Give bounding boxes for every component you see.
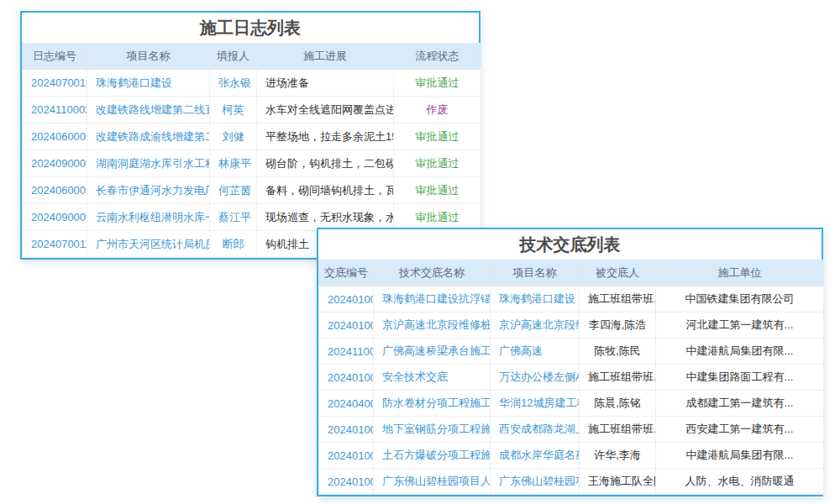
unit-text: 中国铁建集团有限公司: [656, 286, 824, 312]
column-header-status: 流程状态: [394, 44, 481, 70]
log-table-row: 2024110002 改建铁路线增建第二线直... 柯英 水车对全线遮阳网覆盖点…: [23, 97, 481, 123]
log-id-link[interactable]: 2024060006: [23, 123, 87, 150]
disclosure-id-link[interactable]: 2024010002: [319, 443, 374, 469]
project-link[interactable]: 京沪高速北京段维修: [491, 312, 580, 339]
reporter-name: 何芷茵: [210, 177, 257, 204]
disclosure-name-link[interactable]: 广东佛山碧桂园项目人防...: [374, 469, 491, 495]
receiver-text: 施工班组带班...: [580, 417, 656, 443]
receiver-text: 陈牧,陈民: [580, 339, 656, 365]
disclosure-table-row: 2024010003 珠海鹤港口建设抗浮锚杆... 珠海鹤港口建设 施工班组带班…: [319, 286, 824, 312]
project-link[interactable]: 广州市天河区统计局机房...: [87, 231, 210, 258]
project-link[interactable]: 万达办公楼左侧A...: [491, 365, 580, 391]
project-link[interactable]: 广佛高速: [491, 339, 580, 365]
disclosure-table-row: 2024040001 防水卷材分项工程施工技... 华润12城房建工程... 陈…: [319, 391, 824, 417]
unit-text: 西安建工第一建筑有...: [656, 417, 824, 443]
log-table-row: 2024060005 长春市伊通河水力发电厂... 何芷茵 备料，砌间墙钩机排土…: [23, 177, 481, 204]
project-link[interactable]: 长春市伊通河水力发电厂...: [87, 177, 210, 204]
project-link[interactable]: 改建铁路线增建第二线直...: [87, 97, 210, 123]
column-header-unit: 施工单位: [656, 260, 824, 286]
disclosure-table-row: 2024110001 广佛高速桥梁承台施工技... 广佛高速 陈牧,陈民 中建港…: [319, 339, 824, 365]
column-header-log-id: 日志编号: [23, 44, 87, 70]
disclosure-table-row: 2024010001 广东佛山碧桂园项目人防... 广东佛山碧桂园项目 王海施工…: [319, 469, 824, 495]
tech-disclosure-panel: 技术交底列表 交底编号 技术交底名称 项目名称 被交底人 施工单位 202401…: [317, 228, 823, 496]
disclosure-table-row: 2024010003 安全技术交底 万达办公楼左侧A... 施工班组带班... …: [319, 365, 824, 391]
log-table-row: 2024090009 云南水利枢纽潜明水库一... 蔡江平 现场巡查，无积水现象…: [23, 204, 481, 231]
receiver-text: 李四海,陈浩: [580, 312, 656, 339]
unit-text: 中建集团路面工程有...: [656, 365, 824, 391]
log-table-row: 2024090009 湖南洞庭湖水库引水工程... 林康平 砌台阶，钩机排土，二…: [23, 150, 481, 177]
progress-text: 砌台阶，钩机排土，二包砌...: [257, 150, 394, 177]
log-id-link[interactable]: 2024070011: [23, 231, 87, 258]
disclosure-name-link[interactable]: 珠海鹤港口建设抗浮锚杆...: [374, 286, 491, 312]
receiver-text: 陈晨,陈铭: [580, 391, 656, 417]
unit-text: 中建港航局集团有限...: [656, 339, 824, 365]
column-header-reporter: 填报人: [210, 44, 257, 70]
project-link[interactable]: 珠海鹤港口建设: [87, 70, 210, 97]
log-header-row: 日志编号 项目名称 填报人 施工进展 流程状态: [23, 44, 481, 70]
project-link[interactable]: 改建铁路成渝线增建第二...: [87, 123, 210, 150]
tech-disclosure-title: 技术交底列表: [318, 229, 822, 260]
log-id-link[interactable]: 2024110002: [23, 97, 87, 123]
status-badge: 审批通过: [394, 150, 481, 177]
disclosure-name-link[interactable]: 防水卷材分项工程施工技...: [374, 391, 491, 417]
disclosure-id-link[interactable]: 2024040001: [319, 391, 374, 417]
reporter-name: 张永银: [210, 70, 257, 97]
unit-text: 河北建工第一建筑有...: [656, 312, 824, 339]
receiver-text: 施工班组带班...: [580, 365, 656, 391]
disclosure-name-link[interactable]: 京沪高速北京段维修桩帽...: [374, 312, 491, 339]
column-header-receiver: 被交底人: [580, 260, 656, 286]
reporter-name: 林康平: [210, 150, 257, 177]
log-table-row: 2024060006 改建铁路成渝线增建第二... 刘健 平整场地，拉走多余泥土…: [23, 123, 481, 150]
status-badge: 审批通过: [394, 123, 481, 150]
disclosure-header-row: 交底编号 技术交底名称 项目名称 被交底人 施工单位: [319, 260, 824, 286]
disclosure-id-link[interactable]: 2024010003: [319, 365, 374, 391]
disclosure-name-link[interactable]: 广佛高速桥梁承台施工技...: [374, 339, 491, 365]
unit-text: 中建港航局集团有限...: [656, 443, 824, 469]
status-badge: 审批通过: [394, 204, 481, 231]
disclosure-id-link[interactable]: 2024110001: [319, 339, 374, 365]
log-id-link[interactable]: 2024090009: [23, 150, 87, 177]
progress-text: 平整场地，拉走多余泥土15...: [257, 123, 394, 150]
log-id-link[interactable]: 2024060005: [23, 177, 87, 204]
disclosure-table-row: 2024010002 地下室钢筋分项工程施工... 西安成都路龙湖上... 施工…: [319, 417, 824, 443]
progress-text: 备料，砌间墙钩机排土，瓦...: [257, 177, 394, 204]
project-link[interactable]: 珠海鹤港口建设: [491, 286, 580, 312]
unit-text: 成都建工第一建筑有...: [656, 391, 824, 417]
reporter-name: 蔡江平: [210, 204, 257, 231]
log-table-row: 2024070011 珠海鹤港口建设 张永银 进场准备 审批通过: [23, 70, 481, 97]
progress-text: 水车对全线遮阳网覆盖点进...: [257, 97, 394, 123]
project-link[interactable]: 成都水岸华庭名苑...: [491, 443, 580, 469]
log-id-link[interactable]: 2024070011: [23, 70, 87, 97]
construction-log-title: 施工日志列表: [22, 13, 479, 43]
disclosure-id-link[interactable]: 2024010004: [319, 312, 374, 339]
project-link[interactable]: 华润12城房建工程...: [491, 391, 580, 417]
disclosure-name-link[interactable]: 地下室钢筋分项工程施工...: [374, 417, 491, 443]
unit-text: 人防、水电、消防暖通: [656, 469, 824, 495]
construction-log-table: 日志编号 项目名称 填报人 施工进展 流程状态 2024070011 珠海鹤港口…: [22, 43, 481, 258]
receiver-text: 施工班组带班...: [580, 286, 656, 312]
receiver-text: 王海施工队全队: [580, 469, 656, 495]
progress-text: 进场准备: [257, 70, 394, 97]
column-header-progress: 施工进展: [257, 44, 394, 70]
reporter-name: 断郎: [210, 231, 257, 258]
column-header-disclosure-name: 技术交底名称: [374, 260, 491, 286]
construction-log-panel: 施工日志列表 日志编号 项目名称 填报人 施工进展 流程状态 202407001…: [20, 11, 480, 260]
disclosure-name-link[interactable]: 土石方爆破分项工程施工...: [374, 443, 491, 469]
column-header-disclosure-id: 交底编号: [319, 260, 374, 286]
disclosure-id-link[interactable]: 2024010003: [319, 286, 374, 312]
column-header-project: 项目名称: [87, 44, 210, 70]
disclosure-table-row: 2024010002 土石方爆破分项工程施工... 成都水岸华庭名苑... 许华…: [319, 443, 824, 469]
disclosure-id-link[interactable]: 2024010002: [319, 417, 374, 443]
progress-text: 现场巡查，无积水现象，水...: [257, 204, 394, 231]
reporter-name: 刘健: [210, 123, 257, 150]
disclosure-table-row: 2024010004 京沪高速北京段维修桩帽... 京沪高速北京段维修 李四海,…: [319, 312, 824, 339]
log-id-link[interactable]: 2024090009: [23, 204, 87, 231]
project-link[interactable]: 云南水利枢纽潜明水库一...: [87, 204, 210, 231]
project-link[interactable]: 广东佛山碧桂园项目: [491, 469, 580, 495]
status-badge: 作废: [394, 97, 481, 123]
project-link[interactable]: 湖南洞庭湖水库引水工程...: [87, 150, 210, 177]
column-header-project-name: 项目名称: [491, 260, 580, 286]
disclosure-id-link[interactable]: 2024010001: [319, 469, 374, 495]
disclosure-name-link[interactable]: 安全技术交底: [374, 365, 491, 391]
project-link[interactable]: 西安成都路龙湖上...: [491, 417, 580, 443]
